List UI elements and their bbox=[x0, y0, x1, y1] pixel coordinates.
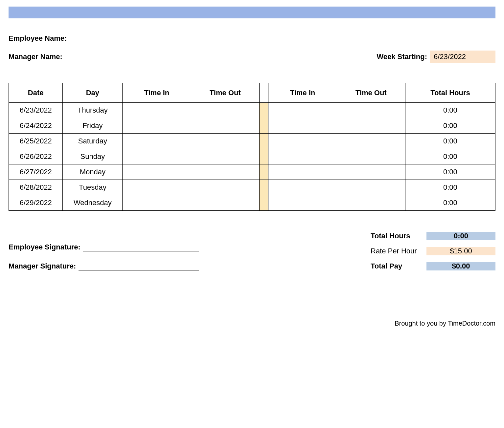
cell-day: Monday bbox=[63, 164, 123, 180]
cell-time-in-1[interactable] bbox=[123, 118, 191, 134]
total-pay-value: $0.00 bbox=[426, 262, 495, 270]
cell-date: 6/28/2022 bbox=[9, 180, 63, 195]
cell-day: Tuesday bbox=[63, 180, 123, 195]
cell-time-out-1[interactable] bbox=[191, 180, 259, 195]
cell-time-out-1[interactable] bbox=[191, 118, 259, 134]
cell-gap bbox=[259, 118, 268, 134]
cell-time-out-2[interactable] bbox=[337, 103, 405, 118]
header-time-out-2: Time Out bbox=[337, 83, 405, 103]
cell-time-out-2[interactable] bbox=[337, 195, 405, 211]
timesheet-table: Date Day Time In Time Out Time In Time O… bbox=[9, 83, 495, 211]
cell-time-in-2[interactable] bbox=[268, 164, 337, 180]
table-row: 6/25/2022Saturday0:00 bbox=[9, 134, 495, 149]
employee-signature-line[interactable] bbox=[83, 242, 199, 251]
manager-name-label: Manager Name: bbox=[9, 53, 62, 61]
header-total-hours: Total Hours bbox=[405, 83, 495, 103]
cell-gap bbox=[259, 180, 268, 195]
cell-total: 0:00 bbox=[405, 103, 495, 118]
cell-time-in-1[interactable] bbox=[123, 164, 191, 180]
header-time-in-2: Time In bbox=[268, 83, 337, 103]
week-starting-field[interactable]: 6/23/2022 bbox=[430, 51, 495, 63]
cell-time-in-1[interactable] bbox=[123, 103, 191, 118]
header-gap bbox=[259, 83, 268, 103]
table-row: 6/27/2022Monday0:00 bbox=[9, 164, 495, 180]
cell-time-out-1[interactable] bbox=[191, 164, 259, 180]
cell-date: 6/27/2022 bbox=[9, 164, 63, 180]
signatures-block: Employee Signature: Manager Signature: bbox=[9, 228, 199, 280]
cell-time-out-1[interactable] bbox=[191, 149, 259, 164]
cell-total: 0:00 bbox=[405, 118, 495, 134]
cell-time-in-1[interactable] bbox=[123, 149, 191, 164]
header-date: Date bbox=[9, 83, 63, 103]
cell-gap bbox=[259, 149, 268, 164]
cell-time-in-2[interactable] bbox=[268, 134, 337, 149]
cell-date: 6/23/2022 bbox=[9, 103, 63, 118]
cell-total: 0:00 bbox=[405, 164, 495, 180]
cell-gap bbox=[259, 103, 268, 118]
cell-time-in-1[interactable] bbox=[123, 134, 191, 149]
header-time-in-1: Time In bbox=[123, 83, 191, 103]
total-pay-label: Total Pay bbox=[371, 262, 426, 270]
cell-gap bbox=[259, 134, 268, 149]
header-section: Employee Name: Manager Name: Week Starti… bbox=[9, 34, 495, 63]
table-row: 6/23/2022Thursday0:00 bbox=[9, 103, 495, 118]
cell-time-in-2[interactable] bbox=[268, 103, 337, 118]
cell-time-out-2[interactable] bbox=[337, 180, 405, 195]
cell-date: 6/29/2022 bbox=[9, 195, 63, 211]
total-hours-label: Total Hours bbox=[371, 232, 426, 240]
header-blue-bar bbox=[9, 7, 495, 18]
employee-name-label: Employee Name: bbox=[9, 34, 67, 43]
employee-signature-label: Employee Signature: bbox=[9, 243, 80, 251]
table-row: 6/26/2022Sunday0:00 bbox=[9, 149, 495, 164]
manager-signature-line[interactable] bbox=[79, 261, 199, 270]
brought-by-text: Brought to you by TimeDoctor.com bbox=[9, 320, 495, 327]
cell-total: 0:00 bbox=[405, 134, 495, 149]
cell-time-out-2[interactable] bbox=[337, 149, 405, 164]
cell-day: Friday bbox=[63, 118, 123, 134]
cell-day: Sunday bbox=[63, 149, 123, 164]
table-row: 6/29/2022Wednesday0:00 bbox=[9, 195, 495, 211]
cell-date: 6/26/2022 bbox=[9, 149, 63, 164]
cell-time-out-1[interactable] bbox=[191, 195, 259, 211]
table-row: 6/24/2022Friday0:00 bbox=[9, 118, 495, 134]
cell-time-out-1[interactable] bbox=[191, 134, 259, 149]
cell-day: Wednesday bbox=[63, 195, 123, 211]
table-row: 6/28/2022Tuesday0:00 bbox=[9, 180, 495, 195]
rate-per-hour-label: Rate Per Hour bbox=[371, 247, 426, 255]
cell-time-out-2[interactable] bbox=[337, 164, 405, 180]
manager-signature-label: Manager Signature: bbox=[9, 262, 76, 270]
footer-section: Employee Signature: Manager Signature: T… bbox=[9, 228, 495, 280]
cell-total: 0:00 bbox=[405, 195, 495, 211]
cell-date: 6/25/2022 bbox=[9, 134, 63, 149]
cell-gap bbox=[259, 195, 268, 211]
cell-day: Saturday bbox=[63, 134, 123, 149]
rate-per-hour-value[interactable]: $15.00 bbox=[426, 247, 495, 255]
cell-date: 6/24/2022 bbox=[9, 118, 63, 134]
cell-time-out-2[interactable] bbox=[337, 134, 405, 149]
cell-time-out-1[interactable] bbox=[191, 103, 259, 118]
cell-time-in-2[interactable] bbox=[268, 195, 337, 211]
total-hours-value: 0:00 bbox=[426, 232, 495, 240]
week-starting-label: Week Starting: bbox=[377, 53, 427, 61]
cell-time-in-2[interactable] bbox=[268, 118, 337, 134]
cell-day: Thursday bbox=[63, 103, 123, 118]
table-header-row: Date Day Time In Time Out Time In Time O… bbox=[9, 83, 495, 103]
cell-time-out-2[interactable] bbox=[337, 118, 405, 134]
cell-total: 0:00 bbox=[405, 149, 495, 164]
cell-time-in-1[interactable] bbox=[123, 180, 191, 195]
totals-block: Total Hours 0:00 Rate Per Hour $15.00 To… bbox=[371, 228, 495, 274]
cell-time-in-1[interactable] bbox=[123, 195, 191, 211]
cell-time-in-2[interactable] bbox=[268, 180, 337, 195]
header-day: Day bbox=[63, 83, 123, 103]
cell-total: 0:00 bbox=[405, 180, 495, 195]
header-time-out-1: Time Out bbox=[191, 83, 259, 103]
cell-time-in-2[interactable] bbox=[268, 149, 337, 164]
cell-gap bbox=[259, 164, 268, 180]
